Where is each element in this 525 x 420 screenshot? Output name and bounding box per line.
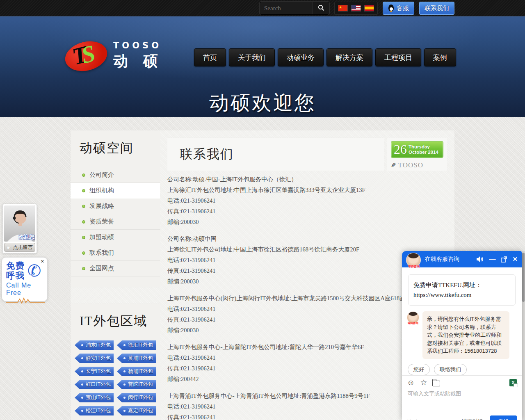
author-line: ✎ TOOSO <box>391 161 443 169</box>
chat-body: 免费申请TTKEFU.网址： https://www.ttkefu.com 等待… <box>402 267 522 375</box>
hand-point-icon: ☛ <box>7 244 11 251</box>
nav-projects[interactable]: 工程项目 <box>375 48 421 66</box>
message-avatar: 等待咨询 <box>407 311 419 324</box>
sidebar-item-honors[interactable]: 资质荣誉 <box>71 214 160 230</box>
region-minhang[interactable]: 闵行IT外包 <box>117 393 156 402</box>
search-group <box>260 2 329 15</box>
phone-icon: ✆ <box>26 262 42 280</box>
region-baoshan[interactable]: 宝山IT外包 <box>75 393 114 402</box>
sidebar-item-company-intro[interactable]: 公司简介 <box>71 167 160 183</box>
search-button[interactable] <box>313 2 329 14</box>
chat-close-icon[interactable]: ✕ <box>512 256 518 263</box>
qq-penguin-icon <box>388 5 394 12</box>
region-jiading[interactable]: 嘉定IT外包 <box>117 406 156 415</box>
end-chat-button[interactable]: 结束对话 <box>461 418 484 420</box>
nav-cases[interactable]: 案例 <box>424 48 456 66</box>
sidebar-item-contact[interactable]: 联系我们 <box>71 245 160 261</box>
contact-block-xuhui: 公司名称:动硕.中国-上海IT外包服务中心（徐汇） 上海徐汇IT外包公司地址:中… <box>167 174 447 227</box>
quick-reply-contact[interactable]: 联络我们 <box>434 364 467 375</box>
region-songjiang[interactable]: 松江IT外包 <box>75 406 114 415</box>
region-jingan[interactable]: 静安IT外包 <box>75 354 114 363</box>
page-container: 动硕空间 公司简介 组织机构 发展战略 资质荣誉 加盟动硕 联系我们 全国网点 … <box>71 130 454 420</box>
call-me-widget[interactable]: ✕ 免费 呼我 ✆ Call Me Free <box>2 257 48 301</box>
quick-reply-hello[interactable]: 您好 <box>408 364 430 375</box>
banner-title: 动硕欢迎您 <box>0 90 525 116</box>
chat-window: 等待咨询 在线客服咨询 — ✕ 免费申请TTKEFU.网址： https://w… <box>402 251 522 420</box>
bullet-icon <box>82 205 85 208</box>
site-header: T S TOOSO 动 硕 首页 关于我们 动硕业务 解决方案 工程项目 案例 … <box>0 16 525 117</box>
chat-scrollbar[interactable] <box>522 251 525 420</box>
nav-about[interactable]: 关于我们 <box>229 48 275 66</box>
sidebar-item-strategy[interactable]: 发展战略 <box>71 199 160 214</box>
excel-export-icon[interactable]: X <box>509 379 517 386</box>
nav-home[interactable]: 首页 <box>194 48 226 66</box>
agent-message-row: 等待咨询 亲，请问您有什么IT外包服务需求？请留下公司名称，联系方式，我们会安排… <box>407 311 517 359</box>
chat-toolbar: ☺ ☆ X <box>402 376 522 387</box>
sidebar-space-panel: 动硕空间 公司简介 组织机构 发展战略 资质荣誉 加盟动硕 联系我们 全国网点 <box>71 130 160 287</box>
author-name: TOOSO <box>398 161 423 169</box>
chat-footer: ttkefu 结束对话 发送 <box>402 415 522 420</box>
nav-business[interactable]: 动硕业务 <box>278 48 324 66</box>
main-nav: 首页 关于我们 动硕业务 解决方案 工程项目 案例 <box>194 48 456 66</box>
sidebar-region-panel: IT外包区域 浦东IT外包 徐汇IT外包 静安IT外包 黄浦IT外包 长宁IT外… <box>71 304 160 420</box>
minimize-icon[interactable]: — <box>489 257 495 261</box>
scrollbar-thumb[interactable] <box>522 253 525 302</box>
region-xuhui[interactable]: 徐汇IT外包 <box>117 340 156 350</box>
qq-service-label: 客服 <box>397 5 409 12</box>
popout-icon[interactable] <box>501 256 507 262</box>
date-day: 26 <box>394 142 407 157</box>
contact-us-label: 联系我们 <box>425 5 449 12</box>
flag-china-icon[interactable]: ★ <box>338 5 348 11</box>
notice-text: 免费申请TTKEFU.网址： <box>413 280 510 290</box>
favorite-icon[interactable]: ☆ <box>420 379 427 387</box>
send-button[interactable]: 发送 <box>490 415 517 420</box>
agent-message-bubble: 亲，请问您有什么IT外包服务需求？请留下公司名称，联系方式，我们会安排专业的工程… <box>422 311 509 359</box>
bullet-icon <box>82 236 85 239</box>
pencil-icon: ✎ <box>391 162 396 169</box>
sidebar-item-organization[interactable]: 组织机构 <box>71 183 160 199</box>
sidebar-item-join[interactable]: 加盟动硕 <box>71 230 160 245</box>
sidebar-item-network[interactable]: 全国网点 <box>71 261 160 276</box>
ttkefu-brand-link[interactable]: ttkefu <box>407 418 461 420</box>
greeting-widget: ✕ 欢迎您 ☛ 点击留言 <box>2 204 37 253</box>
region-hongkou[interactable]: 虹口IT外包 <box>75 380 114 389</box>
chat-title: 在线客服咨询 <box>425 256 472 263</box>
call-me-en-label: Call Me Free <box>6 282 44 297</box>
region-huangpu[interactable]: 黄浦IT外包 <box>117 354 156 363</box>
nav-solutions[interactable]: 解决方案 <box>326 48 372 66</box>
leave-message-button[interactable]: ☛ 点击留言 <box>4 243 35 252</box>
site-logo[interactable]: T S TOOSO 动 硕 <box>65 41 164 71</box>
notice-url[interactable]: https://www.ttkefu.com <box>413 290 510 300</box>
language-switcher: ★ <box>334 2 378 15</box>
contact-us-button[interactable]: 联系我们 <box>419 2 454 15</box>
bullet-icon <box>82 220 85 224</box>
date-month-year: October 2014 <box>409 150 438 155</box>
bullet-icon <box>82 251 85 255</box>
region-pudong[interactable]: 浦东IT外包 <box>75 340 114 350</box>
logo-ts-icon: T S <box>62 37 110 75</box>
logo-name-en: TOOSO <box>113 41 164 50</box>
main-header: 联系我们 26 Thursday October 2014 ✎ TOOSO <box>167 138 447 171</box>
logo-name-cn: 动 硕 <box>113 51 164 71</box>
call-me-cn-line2: 呼我 <box>6 271 25 281</box>
sound-icon[interactable] <box>476 256 484 262</box>
region-putuo[interactable]: 普陀IT外包 <box>117 380 156 389</box>
sidebar-space-title: 动硕空间 <box>71 139 160 167</box>
search-input[interactable] <box>260 2 313 14</box>
qq-service-button[interactable]: 客服 <box>383 2 414 15</box>
flag-spain-icon[interactable] <box>364 5 374 11</box>
bullet-icon <box>82 267 85 270</box>
call-me-close-icon[interactable]: ✕ <box>41 259 44 264</box>
date-card: 26 Thursday October 2014 ✎ TOOSO <box>387 138 447 171</box>
region-changning[interactable]: 长宁IT外包 <box>75 367 114 376</box>
region-yangpu[interactable]: 杨浦IT外包 <box>117 367 156 376</box>
flag-usa-icon[interactable] <box>351 5 361 11</box>
chat-header: 等待咨询 在线客服咨询 — ✕ <box>402 251 522 267</box>
emoji-icon[interactable]: ☺ <box>407 379 415 387</box>
bullet-icon <box>82 173 85 177</box>
file-folder-icon[interactable] <box>432 381 440 386</box>
region-grid: 浦东IT外包 徐汇IT外包 静安IT外包 黄浦IT外包 长宁IT外包 杨浦IT外… <box>71 340 160 415</box>
search-icon <box>318 5 324 12</box>
call-me-cn-line1: 免费 <box>6 261 25 271</box>
chat-message-input[interactable]: 可输入文字或粘贴截图 <box>402 387 522 401</box>
